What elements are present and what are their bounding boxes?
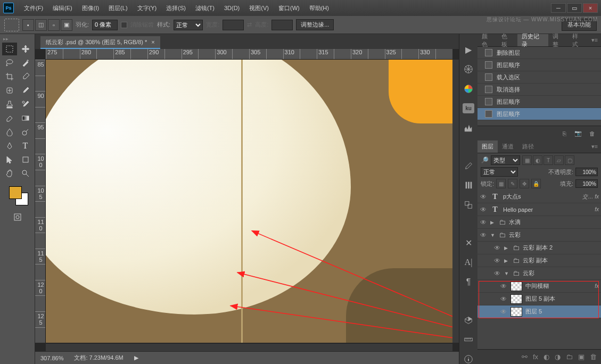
visibility-icon[interactable]: 👁 <box>480 193 487 201</box>
layer-row[interactable]: 👁▼🗀云彩 <box>477 267 601 280</box>
history-item[interactable]: 图层顺序 <box>477 108 601 120</box>
history-item[interactable]: 删除图层 <box>477 47 601 59</box>
intersect-selection-icon[interactable]: ▣ <box>61 19 72 31</box>
win-maximize[interactable]: ▭ <box>567 3 582 13</box>
document-tab[interactable]: 纸云彩 .psd @ 308% (图层 5, RGB/8) * × <box>40 36 160 49</box>
expand-icon[interactable]: ▼ <box>504 271 509 276</box>
zoom-tool[interactable] <box>18 167 33 180</box>
refine-edge-button[interactable]: 调整边缘... <box>296 19 334 30</box>
history-item[interactable]: 图层顺序 <box>477 96 601 108</box>
3d-panel-icon[interactable] <box>463 315 474 325</box>
menu-3d[interactable]: 3D(D) <box>219 3 244 13</box>
menu-image[interactable]: 图像(I) <box>77 3 104 14</box>
layer-fx-badge[interactable]: fx <box>595 283 599 289</box>
pen-tool[interactable] <box>2 139 17 152</box>
menu-help[interactable]: 帮助(H) <box>304 3 334 14</box>
menu-window[interactable]: 窗口(W) <box>274 3 304 14</box>
eyedropper-tool[interactable] <box>18 70 33 83</box>
win-close[interactable]: × <box>583 3 598 13</box>
tab-layers[interactable]: 图层 <box>477 140 498 153</box>
toolbox-collapse-icon[interactable]: ▸▸ <box>3 36 9 42</box>
measure-panel-icon[interactable] <box>463 335 474 345</box>
dodge-tool[interactable] <box>18 126 33 138</box>
subtract-selection-icon[interactable]: ▫ <box>48 19 60 31</box>
opacity-input[interactable] <box>575 168 598 176</box>
menu-select[interactable]: 选择(S) <box>161 3 191 14</box>
menu-edit[interactable]: 编辑(E) <box>48 3 77 14</box>
gradient-tool[interactable] <box>18 112 33 125</box>
blend-mode-select[interactable]: 正常 <box>481 167 518 177</box>
layer-row[interactable]: 👁THello paperfx <box>477 203 601 216</box>
layer-row[interactable]: 👁Tp大点s交… fx <box>477 191 601 203</box>
delete-layer-icon[interactable]: 🗑 <box>590 353 597 361</box>
antialias-checkbox[interactable] <box>121 22 127 28</box>
color-icon[interactable] <box>463 84 474 94</box>
move-tool[interactable] <box>18 43 33 55</box>
paragraph-panel-icon[interactable]: ¶ <box>463 277 474 287</box>
layer-row[interactable]: 👁图层 5 <box>477 305 601 318</box>
menu-layer[interactable]: 图层(L) <box>104 3 132 14</box>
info-panel-icon[interactable] <box>463 354 474 364</box>
layers-menu-icon[interactable]: ▾≡ <box>588 143 601 150</box>
tab-channels[interactable]: 通道 <box>498 140 518 153</box>
lock-pos-icon[interactable]: ✥ <box>520 179 529 188</box>
adjustment-layer-icon[interactable]: ◑ <box>555 353 561 361</box>
visibility-icon[interactable]: 👁 <box>500 308 507 316</box>
expand-icon[interactable]: ▶ <box>490 220 496 225</box>
stamp-tool[interactable] <box>2 98 17 111</box>
layer-row[interactable]: 👁图层 5 副本 <box>477 293 601 305</box>
wheel-icon[interactable] <box>463 64 474 75</box>
lock-all-icon[interactable]: 🔒 <box>531 179 541 188</box>
visibility-icon[interactable]: 👁 <box>480 206 487 213</box>
shape-tool[interactable] <box>18 153 33 166</box>
layer-row[interactable]: 👁▶🗀云彩 副本 2 <box>477 242 601 254</box>
visibility-icon[interactable]: 👁 <box>493 244 501 252</box>
style-select[interactable]: 正常 <box>174 20 203 30</box>
canvas[interactable] <box>46 60 452 343</box>
type-tool[interactable]: T <box>18 139 33 152</box>
fill-input[interactable] <box>575 179 598 188</box>
layer-row[interactable]: 👁▼🗀云彩 <box>477 229 601 242</box>
tab-color[interactable]: 颜色 <box>477 34 497 46</box>
tab-adjust[interactable]: 调整 <box>548 34 568 46</box>
kuler-icon[interactable]: ku <box>463 103 474 113</box>
history-brush-tool[interactable] <box>18 98 33 111</box>
visibility-icon[interactable]: 👁 <box>500 295 507 303</box>
close-tab-icon[interactable]: × <box>151 39 154 45</box>
status-chevron-icon[interactable]: ▶ <box>134 354 138 361</box>
hand-tool[interactable] <box>2 167 17 180</box>
tab-swatches[interactable]: 色板 <box>497 34 517 46</box>
filter-type-icon[interactable]: T <box>544 155 553 165</box>
menu-type[interactable]: 文字(Y) <box>133 3 162 14</box>
layer-row[interactable]: 👁▶🗀云彩 副本 <box>477 254 601 267</box>
tools-panel-icon[interactable]: ✕ <box>463 238 474 248</box>
new-document-icon[interactable]: ⎘ <box>559 129 569 138</box>
history-item[interactable]: 图层顺序 <box>477 59 601 71</box>
lock-trans-icon[interactable]: ▦ <box>496 179 506 188</box>
lock-paint-icon[interactable]: ✎ <box>508 179 517 188</box>
scrollbar-horizontal[interactable] <box>46 344 452 351</box>
history-item[interactable]: 载入选区 <box>477 71 601 84</box>
healing-tool[interactable] <box>2 84 17 97</box>
snapshot-icon[interactable]: 📷 <box>573 129 583 138</box>
brush-tool[interactable] <box>18 84 33 97</box>
lasso-tool[interactable] <box>2 56 17 69</box>
layer-fx-icon[interactable]: fx <box>533 353 538 361</box>
link-layers-icon[interactable]: ⚯ <box>522 353 528 361</box>
layer-mask-icon[interactable]: ◐ <box>544 353 549 361</box>
history-item[interactable]: 取消选择 <box>477 84 601 96</box>
blur-tool[interactable] <box>2 126 17 138</box>
filter-smart-icon[interactable]: ▢ <box>565 155 574 165</box>
trash-icon[interactable]: 🗑 <box>587 129 597 138</box>
magic-wand-tool[interactable] <box>18 56 33 69</box>
expand-icon[interactable]: ▶ <box>504 245 509 251</box>
layer-row[interactable]: 👁▶🗀水滴 <box>477 216 601 229</box>
add-selection-icon[interactable]: ◫ <box>35 19 47 31</box>
layer-fx-badge[interactable]: fx <box>595 206 599 212</box>
win-minimize[interactable]: ─ <box>551 3 566 13</box>
brush-panel-icon[interactable] <box>463 161 474 171</box>
menu-filter[interactable]: 滤镜(T) <box>191 3 219 14</box>
menu-file[interactable]: 文件(F) <box>19 3 48 14</box>
quickmask-tool[interactable] <box>10 211 25 224</box>
file-size[interactable]: 文档: 7.23M/94.6M <box>74 354 123 362</box>
